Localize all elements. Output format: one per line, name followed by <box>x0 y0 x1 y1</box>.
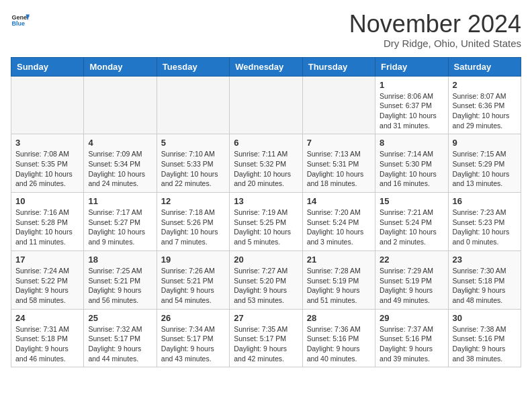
calendar-cell: 23Sunrise: 7:30 AM Sunset: 5:18 PM Dayli… <box>448 250 521 309</box>
day-info: Sunrise: 7:20 AM Sunset: 5:24 PM Dayligh… <box>307 208 371 247</box>
day-info: Sunrise: 7:08 AM Sunset: 5:35 PM Dayligh… <box>15 149 79 189</box>
logo: General Blue <box>11 11 30 30</box>
col-header-wednesday: Wednesday <box>230 57 302 76</box>
day-info: Sunrise: 7:21 AM Sunset: 5:24 PM Dayligh… <box>380 208 443 247</box>
calendar-cell: 27Sunrise: 7:35 AM Sunset: 5:17 PM Dayli… <box>230 309 302 367</box>
day-info: Sunrise: 7:17 AM Sunset: 5:27 PM Dayligh… <box>88 208 152 247</box>
calendar-header-row: SundayMondayTuesdayWednesdayThursdayFrid… <box>11 57 521 76</box>
day-info: Sunrise: 7:35 AM Sunset: 5:17 PM Dayligh… <box>234 324 298 364</box>
day-number: 9 <box>453 138 517 148</box>
calendar-cell: 16Sunrise: 7:23 AM Sunset: 5:23 PM Dayli… <box>448 193 521 251</box>
calendar-cell: 3Sunrise: 7:08 AM Sunset: 5:35 PM Daylig… <box>11 134 84 193</box>
day-info: Sunrise: 7:10 AM Sunset: 5:33 PM Dayligh… <box>161 149 225 189</box>
logo-icon: General Blue <box>11 11 30 30</box>
day-number: 10 <box>15 196 79 206</box>
calendar-cell: 17Sunrise: 7:24 AM Sunset: 5:22 PM Dayli… <box>11 250 84 309</box>
calendar-week-4: 17Sunrise: 7:24 AM Sunset: 5:22 PM Dayli… <box>11 250 521 309</box>
day-number: 29 <box>380 313 443 323</box>
calendar-cell: 5Sunrise: 7:10 AM Sunset: 5:33 PM Daylig… <box>157 134 229 193</box>
day-info: Sunrise: 7:37 AM Sunset: 5:16 PM Dayligh… <box>380 324 443 364</box>
day-number: 15 <box>380 196 443 206</box>
location: Dry Ridge, Ohio, United States <box>349 38 521 49</box>
calendar-cell: 19Sunrise: 7:26 AM Sunset: 5:21 PM Dayli… <box>157 250 229 309</box>
day-number: 2 <box>453 80 517 90</box>
calendar-cell: 9Sunrise: 7:15 AM Sunset: 5:29 PM Daylig… <box>448 134 521 193</box>
calendar-cell: 29Sunrise: 7:37 AM Sunset: 5:16 PM Dayli… <box>375 309 448 367</box>
calendar-cell: 20Sunrise: 7:27 AM Sunset: 5:20 PM Dayli… <box>230 250 302 309</box>
calendar-cell: 7Sunrise: 7:13 AM Sunset: 5:31 PM Daylig… <box>302 134 375 193</box>
day-info: Sunrise: 7:23 AM Sunset: 5:23 PM Dayligh… <box>453 208 517 247</box>
day-number: 20 <box>234 255 298 265</box>
day-number: 5 <box>161 138 225 148</box>
day-info: Sunrise: 7:28 AM Sunset: 5:19 PM Dayligh… <box>307 266 371 306</box>
calendar-cell: 12Sunrise: 7:18 AM Sunset: 5:26 PM Dayli… <box>157 193 229 251</box>
day-info: Sunrise: 7:29 AM Sunset: 5:19 PM Dayligh… <box>380 266 443 306</box>
calendar-week-2: 3Sunrise: 7:08 AM Sunset: 5:35 PM Daylig… <box>11 134 521 193</box>
calendar-cell: 22Sunrise: 7:29 AM Sunset: 5:19 PM Dayli… <box>375 250 448 309</box>
day-number: 30 <box>453 313 517 323</box>
day-info: Sunrise: 7:25 AM Sunset: 5:21 PM Dayligh… <box>88 266 152 306</box>
day-number: 1 <box>380 80 443 90</box>
calendar-cell: 24Sunrise: 7:31 AM Sunset: 5:18 PM Dayli… <box>11 309 84 367</box>
day-info: Sunrise: 7:32 AM Sunset: 5:17 PM Dayligh… <box>88 324 152 364</box>
col-header-friday: Friday <box>375 57 448 76</box>
day-info: Sunrise: 7:14 AM Sunset: 5:30 PM Dayligh… <box>380 149 443 189</box>
page-header: General Blue November 2024 Dry Ridge, Oh… <box>11 11 521 49</box>
day-info: Sunrise: 7:16 AM Sunset: 5:28 PM Dayligh… <box>15 208 79 247</box>
day-info: Sunrise: 8:07 AM Sunset: 6:36 PM Dayligh… <box>453 91 517 131</box>
day-info: Sunrise: 7:38 AM Sunset: 5:16 PM Dayligh… <box>453 324 517 364</box>
calendar-cell: 30Sunrise: 7:38 AM Sunset: 5:16 PM Dayli… <box>448 309 521 367</box>
day-number: 26 <box>161 313 225 323</box>
day-number: 25 <box>88 313 152 323</box>
day-info: Sunrise: 7:30 AM Sunset: 5:18 PM Dayligh… <box>453 266 517 306</box>
day-number: 8 <box>380 138 443 148</box>
day-number: 17 <box>15 255 79 265</box>
day-info: Sunrise: 7:11 AM Sunset: 5:32 PM Dayligh… <box>234 149 298 189</box>
svg-text:Blue: Blue <box>11 20 25 27</box>
calendar-cell: 4Sunrise: 7:09 AM Sunset: 5:34 PM Daylig… <box>84 134 157 193</box>
calendar-cell: 11Sunrise: 7:17 AM Sunset: 5:27 PM Dayli… <box>84 193 157 251</box>
calendar-cell: 15Sunrise: 7:21 AM Sunset: 5:24 PM Dayli… <box>375 193 448 251</box>
col-header-thursday: Thursday <box>302 57 375 76</box>
col-header-monday: Monday <box>84 57 157 76</box>
day-info: Sunrise: 8:06 AM Sunset: 6:37 PM Dayligh… <box>380 91 443 131</box>
day-number: 22 <box>380 255 443 265</box>
day-number: 18 <box>88 255 152 265</box>
day-info: Sunrise: 7:26 AM Sunset: 5:21 PM Dayligh… <box>161 266 225 306</box>
day-number: 24 <box>15 313 79 323</box>
calendar-cell: 21Sunrise: 7:28 AM Sunset: 5:19 PM Dayli… <box>302 250 375 309</box>
title-block: November 2024 Dry Ridge, Ohio, United St… <box>349 11 521 49</box>
calendar-cell: 10Sunrise: 7:16 AM Sunset: 5:28 PM Dayli… <box>11 193 84 251</box>
calendar-cell: 28Sunrise: 7:36 AM Sunset: 5:16 PM Dayli… <box>302 309 375 367</box>
day-number: 11 <box>88 196 152 206</box>
calendar-cell <box>302 76 375 134</box>
day-number: 7 <box>307 138 371 148</box>
col-header-saturday: Saturday <box>448 57 521 76</box>
calendar-cell <box>157 76 229 134</box>
day-number: 4 <box>88 138 152 148</box>
day-info: Sunrise: 7:13 AM Sunset: 5:31 PM Dayligh… <box>307 149 371 189</box>
day-info: Sunrise: 7:34 AM Sunset: 5:17 PM Dayligh… <box>161 324 225 364</box>
col-header-tuesday: Tuesday <box>157 57 229 76</box>
day-info: Sunrise: 7:09 AM Sunset: 5:34 PM Dayligh… <box>88 149 152 189</box>
day-info: Sunrise: 7:27 AM Sunset: 5:20 PM Dayligh… <box>234 266 298 306</box>
calendar-cell: 25Sunrise: 7:32 AM Sunset: 5:17 PM Dayli… <box>84 309 157 367</box>
day-info: Sunrise: 7:19 AM Sunset: 5:25 PM Dayligh… <box>234 208 298 247</box>
calendar-cell: 1Sunrise: 8:06 AM Sunset: 6:37 PM Daylig… <box>375 76 448 134</box>
calendar-cell: 8Sunrise: 7:14 AM Sunset: 5:30 PM Daylig… <box>375 134 448 193</box>
day-number: 13 <box>234 196 298 206</box>
calendar-cell: 26Sunrise: 7:34 AM Sunset: 5:17 PM Dayli… <box>157 309 229 367</box>
day-number: 3 <box>15 138 79 148</box>
month-title: November 2024 <box>349 11 521 38</box>
calendar-cell: 14Sunrise: 7:20 AM Sunset: 5:24 PM Dayli… <box>302 193 375 251</box>
day-info: Sunrise: 7:36 AM Sunset: 5:16 PM Dayligh… <box>307 324 371 364</box>
day-number: 23 <box>453 255 517 265</box>
calendar-week-1: 1Sunrise: 8:06 AM Sunset: 6:37 PM Daylig… <box>11 76 521 134</box>
calendar-cell: 2Sunrise: 8:07 AM Sunset: 6:36 PM Daylig… <box>448 76 521 134</box>
calendar-cell <box>230 76 302 134</box>
day-number: 19 <box>161 255 225 265</box>
calendar-table: SundayMondayTuesdayWednesdayThursdayFrid… <box>11 57 521 368</box>
day-number: 28 <box>307 313 371 323</box>
day-number: 14 <box>307 196 371 206</box>
day-number: 12 <box>161 196 225 206</box>
